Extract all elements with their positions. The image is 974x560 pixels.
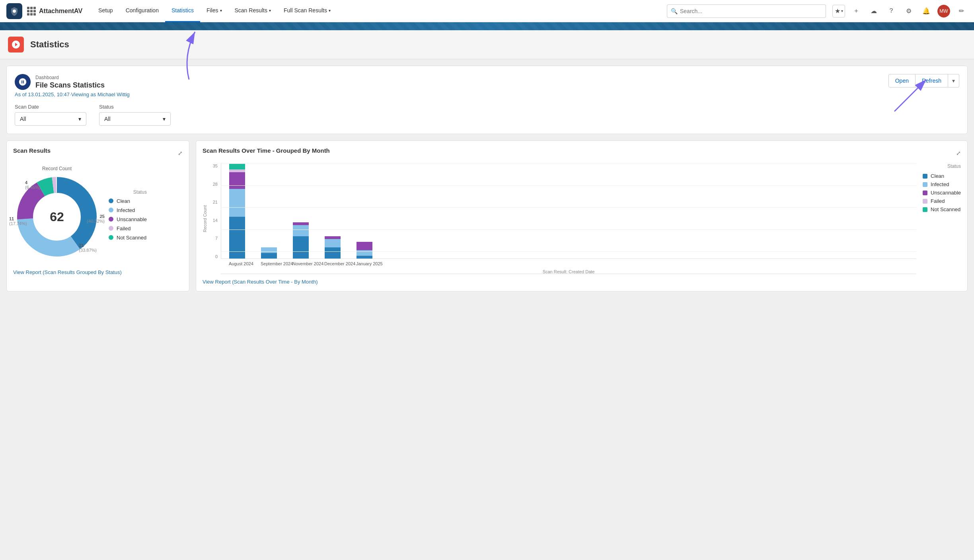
bar-seg-infected-jan [356,250,372,256]
svg-text:MW: MW [939,8,948,14]
refresh-button[interactable]: Refresh [916,74,948,88]
legend-item-not-scanned: Not Scanned [109,235,147,241]
legend-item-infected: Infected [109,207,147,213]
bar-legend-label-not-scanned: Not Scanned [931,206,960,212]
x-axis-labels: August 2024 September 2024 November 2024… [221,259,916,266]
filters: Scan Date All ▾ Status All ▾ [15,104,959,126]
legend-label-clean: Clean [117,198,130,204]
help-icon[interactable]: ？ [885,5,898,18]
bar-seg-clean-nov [293,236,309,259]
bar-legend-label-unscannable: Unscannable [931,190,961,196]
status-select[interactable]: All ▾ [99,112,171,126]
legend-dot-infected [109,208,113,212]
expand-icon-bar[interactable]: ⤢ [956,150,961,156]
svg-point-0 [13,10,16,13]
y-axis-title: Record Count [203,205,207,232]
segment-label-unscannable: 11 (17.74%) [9,216,27,226]
bar-col-jan2025 [356,242,372,259]
search-input[interactable] [667,4,826,18]
nav-statistics[interactable]: Statistics [165,0,200,22]
bar-legend-dot-not-scanned [923,207,927,212]
charts-section: Scan Results ⤢ Record Count [6,140,968,292]
legend-dot-unscannable [109,217,113,222]
bars-container: August 2024 September 2024 November 2024… [221,163,916,274]
bar-legend-not-scanned: Not Scanned [923,206,961,212]
dashboard-icon [15,74,31,90]
bar-seg-infected-nov [293,225,309,236]
dashboard-actions: Open Refresh ▾ [888,74,959,88]
scan-date-filter: Scan Date All ▾ [15,104,86,126]
legend-label-failed: Failed [117,226,131,231]
avatar[interactable]: MW [937,5,950,18]
view-report-bar-link[interactable]: View Report (Scan Results Over Time - By… [203,279,961,285]
bar-col-dec2024 [325,236,341,259]
scan-date-select[interactable]: All ▾ [15,112,86,126]
bar-chart-card: Scan Results Over Time - Grouped By Mont… [196,140,968,292]
open-button[interactable]: Open [888,74,916,88]
status-filter: Status All ▾ [99,104,171,126]
segment-label-not-scanned: 4 (6.45%) [25,180,41,190]
bar-legend-failed: Failed [923,198,961,204]
star-icon: ★ [835,7,840,15]
page-title: Statistics [30,39,69,50]
nav-setup[interactable]: Setup [92,0,119,22]
legend: Clean Infected Unscannable Failed [109,198,147,241]
bar-legend-dot-infected [923,182,927,187]
segment-label-infected: 21 (33.87%) [79,243,97,253]
bar-col-sep2024 [261,247,277,259]
segment-label-clean: 25 (40.32%) [87,214,105,224]
legend-dot-clean [109,198,113,203]
bar-stack-aug [229,164,245,259]
bar-seg-unscannable-aug [229,172,245,189]
app-logo[interactable] [6,3,22,19]
legend-label-not-scanned: Not Scanned [117,235,146,241]
bar-seg-unscannable-jan [356,242,372,250]
chevron-down-icon: ▾ [841,9,843,13]
donut-chart: 62 25 (40.32%) 21 (33.87%) 11 [13,173,101,261]
scan-results-chart-title: Scan Results [13,147,51,154]
page-header-icon [8,37,24,52]
favorites-button[interactable]: ★ ▾ [832,5,845,18]
nav-configuration[interactable]: Configuration [119,0,165,22]
legend-label-unscannable: Unscannable [117,216,147,222]
legend-label-infected: Infected [117,207,135,213]
dashboard-title: File Scans Statistics [35,81,105,89]
bar-columns [221,163,916,259]
notifications-icon[interactable]: 🔔 [920,5,933,18]
cloud-icon[interactable]: ☁ [867,5,880,18]
legend-item-failed: Failed [109,226,147,231]
x-label-sep: September 2024 [261,261,277,266]
legend-item-clean: Clean [109,198,147,204]
nav-full-scan-results[interactable]: Full Scan Results ▾ [277,0,337,22]
status-label: Status [99,104,171,110]
nav-right-actions: ★ ▾ ＋ ☁ ？ ⚙ 🔔 MW ✏ [832,5,968,18]
chevron-down-icon: ▾ [269,8,271,13]
top-navigation: AttachmentAV Setup Configuration Statist… [0,0,974,22]
legend-item-unscannable: Unscannable [109,216,147,222]
bar-legend-status-label: Status [923,163,961,169]
edit-icon[interactable]: ✏ [955,5,968,18]
record-count-label: Record Count [13,166,101,171]
donut-center-value: 62 [50,210,64,224]
nav-scan-results[interactable]: Scan Results ▾ [228,0,277,22]
bar-legend-label-clean: Clean [931,173,944,179]
nav-files[interactable]: Files ▾ [200,0,228,22]
bar-seg-notscanned-aug [229,164,245,169]
expand-icon[interactable]: ⤢ [178,150,183,156]
bar-col-aug2024 [229,164,245,259]
view-report-donut-link[interactable]: View Report (Scan Results Grouped By Sta… [13,269,183,275]
legend-status-label: Status [109,189,147,195]
settings-icon[interactable]: ⚙ [902,5,915,18]
search-icon: 🔍 [671,8,678,14]
bar-legend-dot-clean [923,174,927,179]
bar-col-nov2024 [293,222,309,259]
bar-chart-legend: Status Clean Infected Unscannable [923,163,961,274]
bar-seg-failed-aug [229,169,245,172]
bar-legend-infected: Infected [923,181,961,187]
plus-button[interactable]: ＋ [850,5,863,18]
dropdown-button[interactable]: ▾ [948,74,959,88]
chevron-down-icon: ▾ [220,8,222,13]
chevron-down-icon: ▾ [163,116,166,122]
x-label-aug: August 2024 [229,261,245,266]
bar-seg-infected-aug [229,189,245,217]
